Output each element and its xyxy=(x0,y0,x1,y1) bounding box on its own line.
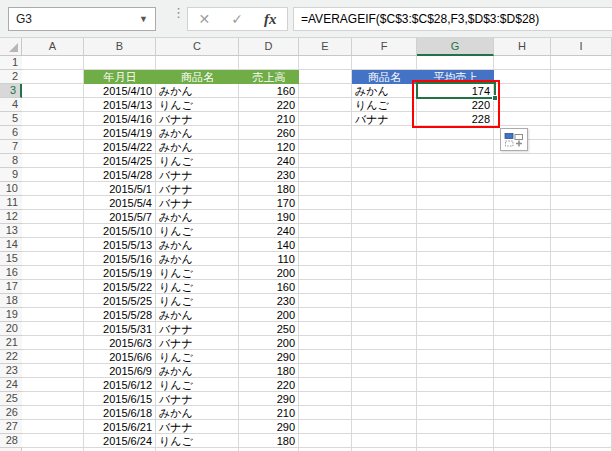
cell-C22[interactable]: りんご xyxy=(156,350,239,364)
cell-D27[interactable]: 290 xyxy=(239,420,299,434)
row-header-24[interactable]: 24 xyxy=(0,378,22,392)
row-header-13[interactable]: 13 xyxy=(0,224,22,238)
cell-C12[interactable]: みかん xyxy=(156,210,239,224)
column-header-I[interactable]: I xyxy=(551,38,612,56)
cell-C13[interactable]: りんご xyxy=(156,224,239,238)
enter-button[interactable]: ✓ xyxy=(231,8,243,30)
formula-bar-resize-handle[interactable]: ⋮ xyxy=(172,6,182,32)
cell-B10[interactable]: 2015/5/1 xyxy=(84,182,156,196)
cell-D13[interactable]: 240 xyxy=(239,224,299,238)
row-header-3[interactable]: 3 xyxy=(0,84,22,98)
row-header-20[interactable]: 20 xyxy=(0,322,22,336)
cell-B24[interactable]: 2015/6/12 xyxy=(84,378,156,392)
cell-C26[interactable]: みかん xyxy=(156,406,239,420)
cell-C27[interactable]: バナナ xyxy=(156,420,239,434)
cell-C20[interactable]: バナナ xyxy=(156,322,239,336)
cell-B16[interactable]: 2015/5/19 xyxy=(84,266,156,280)
cancel-button[interactable]: ✕ xyxy=(199,8,211,30)
summary-header-F[interactable]: 商品名 xyxy=(352,70,417,84)
cell-B18[interactable]: 2015/5/25 xyxy=(84,294,156,308)
row-header-22[interactable]: 22 xyxy=(0,350,22,364)
cell-D21[interactable]: 200 xyxy=(239,336,299,350)
row-header-17[interactable]: 17 xyxy=(0,280,22,294)
row-header-26[interactable]: 26 xyxy=(0,406,22,420)
cell-C28[interactable]: りんご xyxy=(156,434,239,448)
cell-C19[interactable]: みかん xyxy=(156,308,239,322)
cell-D19[interactable]: 200 xyxy=(239,308,299,322)
cell-F3[interactable]: みかん xyxy=(352,84,417,98)
cell-D18[interactable]: 230 xyxy=(239,294,299,308)
cell-D5[interactable]: 210 xyxy=(239,112,299,126)
cell-B21[interactable]: 2015/6/3 xyxy=(84,336,156,350)
cell-C8[interactable]: りんご xyxy=(156,154,239,168)
cell-B25[interactable]: 2015/6/15 xyxy=(84,392,156,406)
row-header-25[interactable]: 25 xyxy=(0,392,22,406)
cell-C24[interactable]: りんご xyxy=(156,378,239,392)
column-header-C[interactable]: C xyxy=(156,38,239,56)
cell-D12[interactable]: 190 xyxy=(239,210,299,224)
cell-D9[interactable]: 230 xyxy=(239,168,299,182)
row-header-16[interactable]: 16 xyxy=(0,266,22,280)
cell-B27[interactable]: 2015/6/21 xyxy=(84,420,156,434)
cell-B11[interactable]: 2015/5/4 xyxy=(84,196,156,210)
cell-C4[interactable]: りんご xyxy=(156,98,239,112)
cell-D17[interactable]: 160 xyxy=(239,280,299,294)
row-header-1[interactable]: 1 xyxy=(0,56,22,70)
autofill-options-button[interactable] xyxy=(500,128,528,151)
cell-D6[interactable]: 260 xyxy=(239,126,299,140)
select-all-button[interactable] xyxy=(0,38,22,56)
sales-header-C[interactable]: 商品名 xyxy=(156,70,239,84)
cell-B15[interactable]: 2015/5/16 xyxy=(84,252,156,266)
row-header-23[interactable]: 23 xyxy=(0,364,22,378)
cell-D16[interactable]: 200 xyxy=(239,266,299,280)
row-header-27[interactable]: 27 xyxy=(0,420,22,434)
cell-C9[interactable]: バナナ xyxy=(156,168,239,182)
row-header-2[interactable]: 2 xyxy=(0,70,22,84)
sales-header-D[interactable]: 売上高 xyxy=(239,70,299,84)
cell-B28[interactable]: 2015/6/24 xyxy=(84,434,156,448)
cell-D7[interactable]: 120 xyxy=(239,140,299,154)
cell-C15[interactable]: みかん xyxy=(156,252,239,266)
column-header-F[interactable]: F xyxy=(352,38,417,56)
cell-D22[interactable]: 290 xyxy=(239,350,299,364)
column-header-A[interactable]: A xyxy=(22,38,84,56)
row-header-12[interactable]: 12 xyxy=(0,210,22,224)
row-header-28[interactable]: 28 xyxy=(0,434,22,448)
row-header-10[interactable]: 10 xyxy=(0,182,22,196)
cell-C11[interactable]: バナナ xyxy=(156,196,239,210)
row-header-18[interactable]: 18 xyxy=(0,294,22,308)
cell-B20[interactable]: 2015/5/31 xyxy=(84,322,156,336)
cell-C7[interactable]: みかん xyxy=(156,140,239,154)
cell-D28[interactable]: 180 xyxy=(239,434,299,448)
fill-handle[interactable] xyxy=(492,95,498,101)
cell-B22[interactable]: 2015/6/6 xyxy=(84,350,156,364)
row-header-6[interactable]: 6 xyxy=(0,126,22,140)
cell-C23[interactable]: みかん xyxy=(156,364,239,378)
cell-C25[interactable]: バナナ xyxy=(156,392,239,406)
cell-D4[interactable]: 220 xyxy=(239,98,299,112)
cell-D3[interactable]: 160 xyxy=(239,84,299,98)
cell-B3[interactable]: 2015/4/10 xyxy=(84,84,156,98)
cell-D8[interactable]: 240 xyxy=(239,154,299,168)
name-box[interactable]: G3 ▼ xyxy=(8,7,156,31)
column-header-D[interactable]: D xyxy=(239,38,299,56)
cell-D10[interactable]: 180 xyxy=(239,182,299,196)
cell-D14[interactable]: 140 xyxy=(239,238,299,252)
cell-B7[interactable]: 2015/4/22 xyxy=(84,140,156,154)
cell-F4[interactable]: りんご xyxy=(352,98,417,112)
row-header-7[interactable]: 7 xyxy=(0,140,22,154)
cell-D11[interactable]: 170 xyxy=(239,196,299,210)
cell-D24[interactable]: 220 xyxy=(239,378,299,392)
cell-B4[interactable]: 2015/4/13 xyxy=(84,98,156,112)
row-header-15[interactable]: 15 xyxy=(0,252,22,266)
cell-C21[interactable]: バナナ xyxy=(156,336,239,350)
cell-D25[interactable]: 290 xyxy=(239,392,299,406)
cell-C10[interactable]: バナナ xyxy=(156,182,239,196)
cell-C3[interactable]: みかん xyxy=(156,84,239,98)
row-header-8[interactable]: 8 xyxy=(0,154,22,168)
cell-C17[interactable]: りんご xyxy=(156,280,239,294)
row-header-11[interactable]: 11 xyxy=(0,196,22,210)
row-header-14[interactable]: 14 xyxy=(0,238,22,252)
cell-C5[interactable]: バナナ xyxy=(156,112,239,126)
cell-B23[interactable]: 2015/6/9 xyxy=(84,364,156,378)
